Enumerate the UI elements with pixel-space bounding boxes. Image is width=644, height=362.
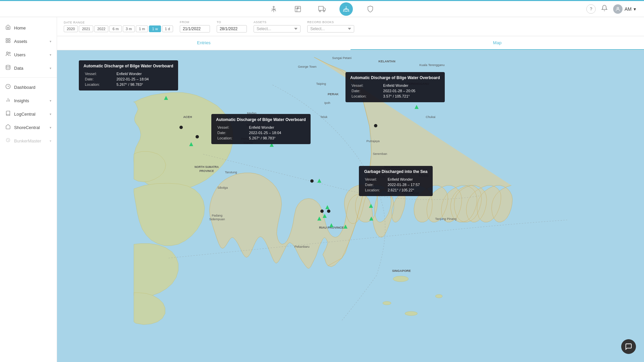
main-layout: Home Assets ▾ Users ▾ Data ▾ <box>0 17 644 362</box>
marker-green-8[interactable] <box>369 204 373 208</box>
sidebar-item-assets[interactable]: Assets ▾ <box>0 35 57 48</box>
svg-text:Medan: Medan <box>247 112 256 115</box>
map-container[interactable]: Sungai Petani George Town KELANTAN Kuala… <box>57 50 644 362</box>
ship-nav-btn[interactable] <box>339 2 353 16</box>
to-label: TO <box>217 20 247 24</box>
users-icon <box>5 51 11 58</box>
top-nav: ? AM ▾ <box>0 1 644 17</box>
chart-nav-btn[interactable] <box>291 2 305 16</box>
sidebar-item-dashboard[interactable]: Dashboard <box>0 80 57 94</box>
marker-green-1[interactable] <box>164 96 168 100</box>
chevron-down-icon: ▾ <box>50 112 51 116</box>
svg-text:Seremban: Seremban <box>373 152 387 156</box>
date-range-label: DATE RANGE <box>64 21 173 24</box>
date-range-group: DATE RANGE 2020 2021 2022 6 m 3 m 1 m 1 … <box>64 21 173 32</box>
date-btn-6m[interactable]: 6 m <box>109 25 121 32</box>
record-books-select[interactable]: Select... <box>307 25 354 33</box>
user-chevron: ▾ <box>634 6 636 12</box>
user-menu[interactable]: AM ▾ <box>613 4 636 14</box>
date-btn-2022[interactable]: 2022 <box>94 25 108 32</box>
to-input[interactable] <box>217 25 247 33</box>
date-btn-1d[interactable]: 1 d <box>162 25 173 32</box>
assets-label: ASSETS <box>254 20 301 24</box>
sidebar-item-label: BunkerMaster <box>14 138 41 143</box>
marker-black-4[interactable] <box>369 179 372 182</box>
marker-black-1[interactable] <box>179 126 183 129</box>
truck-nav-btn[interactable] <box>315 2 329 16</box>
marker-green-2[interactable] <box>189 142 193 146</box>
sidebar-item-users[interactable]: Users ▾ <box>0 48 57 61</box>
dashboard-icon <box>5 84 11 90</box>
sidebar-item-label: Insights <box>14 98 29 103</box>
help-btn[interactable]: ? <box>586 4 596 14</box>
assets-select[interactable]: Select... <box>254 25 301 33</box>
tab-bar: Entries Map <box>57 36 644 50</box>
svg-text:MALACCA: MALACCA <box>384 165 400 169</box>
svg-rect-9 <box>6 39 8 40</box>
sidebar-item-label: ShoreCentral <box>14 125 40 130</box>
svg-text:Tarutung: Tarutung <box>225 171 237 174</box>
sidebar-item-label: Dashboard <box>14 85 36 90</box>
marker-black-8[interactable] <box>310 179 314 183</box>
date-btn-1m[interactable]: 1 m <box>136 25 148 32</box>
marker-green-3[interactable] <box>270 143 274 147</box>
svg-point-13 <box>6 52 8 54</box>
svg-text:Sungai Petani: Sungai Petani <box>332 56 352 60</box>
marker-black-2[interactable] <box>196 135 199 138</box>
svg-text:Kluang: Kluang <box>419 174 429 177</box>
chevron-down-icon: ▾ <box>50 40 51 43</box>
marker-green-12[interactable] <box>325 205 329 209</box>
assets-icon <box>5 38 11 45</box>
marker-black-3[interactable] <box>374 124 377 127</box>
top-nav-right: ? AM ▾ <box>586 4 636 14</box>
marker-black-7[interactable] <box>327 209 330 213</box>
chevron-down-icon: ▾ <box>50 126 51 129</box>
svg-text:PROVINCE: PROVINCE <box>200 170 214 173</box>
svg-text:Putrajaya: Putrajaya <box>367 139 380 143</box>
chat-button[interactable] <box>621 339 636 354</box>
svg-text:Malacca City: Malacca City <box>368 175 385 178</box>
date-btn-1w[interactable]: 1 w <box>149 25 161 32</box>
svg-text:Pekanbaru: Pekanbaru <box>294 245 310 248</box>
svg-text:Sidempuan: Sidempuan <box>209 218 225 221</box>
marker-green-10[interactable] <box>415 105 419 109</box>
marker-green-7[interactable] <box>343 225 347 229</box>
map-svg: Sungai Petani George Town KELANTAN Kuala… <box>57 50 644 362</box>
marker-green-6[interactable] <box>329 223 333 227</box>
svg-text:Ipoh: Ipoh <box>324 101 330 105</box>
date-btn-2021[interactable]: 2021 <box>79 25 93 32</box>
svg-text:Pematang: Pematang <box>241 137 255 140</box>
tab-map[interactable]: Map <box>351 36 644 50</box>
sidebar-item-insights[interactable]: Insights ▾ <box>0 94 57 107</box>
shield-nav-btn[interactable] <box>364 2 377 16</box>
svg-point-7 <box>323 10 325 12</box>
marker-green-11[interactable] <box>317 217 321 221</box>
sidebar-item-data[interactable]: Data ▾ <box>0 61 57 75</box>
anchor-nav-btn[interactable] <box>267 2 280 16</box>
svg-point-27 <box>435 295 442 298</box>
marker-green-5[interactable] <box>323 214 327 218</box>
chevron-down-icon: ▾ <box>50 99 51 103</box>
to-group: TO <box>217 20 247 33</box>
svg-text:Chukai: Chukai <box>426 115 435 119</box>
svg-point-14 <box>9 52 10 54</box>
marker-green-9[interactable] <box>369 217 373 221</box>
date-btn-2020[interactable]: 2020 <box>64 25 78 32</box>
svg-point-24 <box>393 276 408 282</box>
sidebar-item-home[interactable]: Home <box>0 21 57 35</box>
sidebar-item-logcentral[interactable]: LogCentral ▾ <box>0 107 57 121</box>
marker-green-4[interactable] <box>317 179 321 183</box>
bell-btn[interactable] <box>601 5 608 13</box>
from-input[interactable] <box>180 25 210 33</box>
sidebar-item-shorecentral[interactable]: ShoreCentral ▾ <box>0 121 57 134</box>
svg-text:Tanjung Pinang: Tanjung Pinang <box>435 217 457 221</box>
chevron-down-icon: ▾ <box>50 66 51 70</box>
marker-black-5[interactable] <box>410 189 414 193</box>
svg-point-26 <box>405 311 417 315</box>
date-btn-3m[interactable]: 3 m <box>123 25 135 32</box>
sidebar-divider <box>0 77 57 78</box>
tab-entries[interactable]: Entries <box>57 36 351 50</box>
sidebar-item-label: Data <box>14 66 23 71</box>
marker-black-6[interactable] <box>320 209 324 213</box>
svg-text:PERAK: PERAK <box>328 93 339 96</box>
